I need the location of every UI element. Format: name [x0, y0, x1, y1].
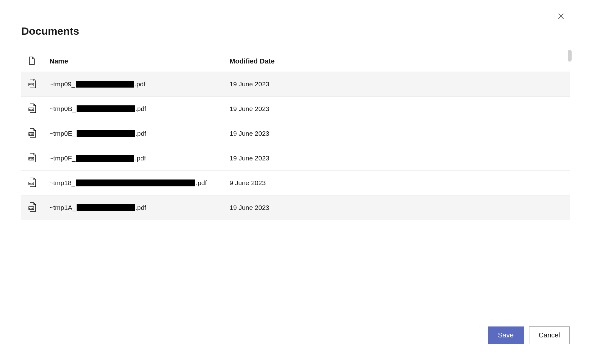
file-icon-cell: PDF	[26, 79, 49, 89]
dialog-title: Documents	[21, 25, 570, 37]
redacted-segment	[77, 105, 135, 112]
redacted-segment	[77, 204, 135, 211]
dialog-footer: Save Cancel	[488, 326, 570, 344]
file-name-prefix: ~tmp1A_	[49, 204, 76, 211]
pdf-icon: PDF	[28, 79, 36, 89]
pdf-icon: PDF	[28, 128, 36, 139]
file-name-cell: ~tmp09_.pdf	[49, 80, 225, 88]
file-modified-cell: 19 June 2023	[225, 154, 570, 162]
column-header-type[interactable]	[26, 57, 49, 66]
svg-text:PDF: PDF	[29, 83, 33, 86]
column-header-name[interactable]: Name	[49, 57, 225, 65]
column-header-modified[interactable]: Modified Date	[225, 57, 570, 65]
file-modified-cell: 19 June 2023	[225, 80, 570, 88]
svg-text:PDF: PDF	[29, 158, 33, 160]
file-name-cell: ~tmp0F_.pdf	[49, 154, 225, 162]
file-name-suffix: .pdf	[135, 105, 146, 113]
file-modified-cell: 19 June 2023	[225, 204, 570, 211]
redacted-segment	[77, 130, 135, 137]
pdf-icon: PDF	[28, 202, 36, 213]
file-name-suffix: .pdf	[135, 154, 146, 162]
table-row[interactable]: PDF~tmp0F_.pdf19 June 2023	[21, 146, 570, 171]
file-modified-cell: 9 June 2023	[225, 179, 570, 187]
save-button[interactable]: Save	[488, 326, 524, 344]
pdf-icon: PDF	[28, 178, 36, 188]
file-name-prefix: ~tmp18_	[49, 179, 75, 187]
file-icon-cell: PDF	[26, 104, 49, 114]
file-name-suffix: .pdf	[135, 130, 146, 137]
file-name-cell: ~tmp0B_.pdf	[49, 105, 225, 113]
file-icon-cell: PDF	[26, 153, 49, 164]
table-row[interactable]: PDF~tmp1A_.pdf19 June 2023	[21, 195, 570, 220]
file-name-cell: ~tmp1A_.pdf	[49, 204, 225, 211]
file-modified-cell: 19 June 2023	[225, 105, 570, 113]
close-icon	[557, 13, 565, 21]
file-icon-cell: PDF	[26, 178, 49, 188]
file-icon-cell: PDF	[26, 128, 49, 139]
svg-text:PDF: PDF	[29, 133, 33, 135]
file-name-suffix: .pdf	[134, 80, 145, 88]
svg-text:PDF: PDF	[29, 182, 33, 185]
close-button[interactable]	[556, 12, 566, 22]
svg-text:PDF: PDF	[29, 108, 33, 110]
file-table-wrapper: Name Modified Date PDF~tmp09_.pdf19 June…	[21, 51, 570, 220]
file-icon-cell: PDF	[26, 202, 49, 213]
file-name-suffix: .pdf	[196, 179, 207, 187]
table-row[interactable]: PDF~tmp0E_.pdf19 June 2023	[21, 121, 570, 146]
table-header-row: Name Modified Date	[21, 51, 570, 72]
table-row[interactable]: PDF~tmp0B_.pdf19 June 2023	[21, 97, 570, 121]
file-type-icon	[28, 57, 35, 66]
file-name-suffix: .pdf	[135, 204, 146, 211]
file-name-prefix: ~tmp0B_	[49, 105, 76, 113]
file-modified-cell: 19 June 2023	[225, 130, 570, 137]
table-body: PDF~tmp09_.pdf19 June 2023PDF~tmp0B_.pdf…	[21, 72, 570, 220]
file-name-prefix: ~tmp0E_	[49, 130, 76, 137]
file-name-cell: ~tmp18_.pdf	[49, 179, 225, 187]
file-name-prefix: ~tmp09_	[49, 80, 75, 88]
pdf-icon: PDF	[28, 153, 36, 164]
table-row[interactable]: PDF~tmp09_.pdf19 June 2023	[21, 72, 570, 97]
redacted-segment	[76, 155, 134, 162]
file-name-cell: ~tmp0E_.pdf	[49, 130, 225, 137]
table-row[interactable]: PDF~tmp18_.pdf9 June 2023	[21, 171, 570, 195]
cancel-button[interactable]: Cancel	[529, 326, 570, 344]
scrollbar-thumb[interactable]	[568, 50, 572, 62]
redacted-segment	[76, 179, 195, 186]
redacted-segment	[76, 81, 134, 88]
svg-text:PDF: PDF	[29, 207, 33, 209]
documents-dialog: Documents Name Modified Date PDF~tmp09_.…	[6, 6, 585, 358]
pdf-icon: PDF	[28, 104, 36, 114]
file-name-prefix: ~tmp0F_	[49, 154, 75, 162]
